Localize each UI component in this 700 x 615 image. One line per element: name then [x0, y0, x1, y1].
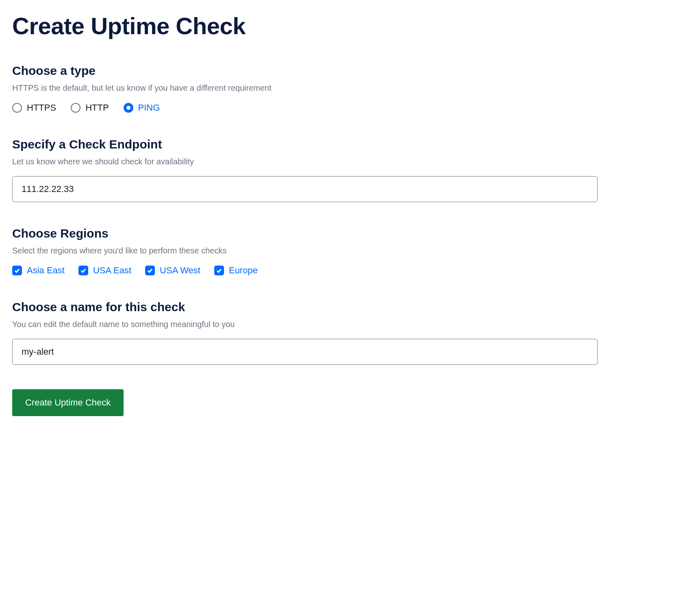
type-radio-group: HTTPS HTTP PING [12, 102, 688, 113]
type-option-label: PING [138, 102, 160, 113]
region-option-europe[interactable]: Europe [214, 265, 258, 276]
page-title: Create Uptime Check [12, 12, 688, 39]
endpoint-input[interactable] [12, 176, 598, 202]
regions-checkbox-group: Asia East USA East USA West Europe [12, 265, 688, 276]
endpoint-heading: Specify a Check Endpoint [12, 137, 688, 151]
radio-icon-selected [124, 103, 133, 113]
region-option-label: USA East [93, 265, 131, 276]
region-option-label: Europe [229, 265, 258, 276]
name-subtext: You can edit the default name to somethi… [12, 320, 688, 329]
regions-section: Choose Regions Select the regions where … [12, 227, 688, 276]
name-input[interactable] [12, 339, 598, 365]
region-option-asia-east[interactable]: Asia East [12, 265, 65, 276]
type-section: Choose a type HTTPS is the default, but … [12, 64, 688, 113]
regions-heading: Choose Regions [12, 227, 688, 240]
type-subtext: HTTPS is the default, but let us know if… [12, 83, 688, 93]
endpoint-section: Specify a Check Endpoint Let us know whe… [12, 137, 688, 202]
regions-subtext: Select the regions where you'd like to p… [12, 246, 688, 255]
type-option-https[interactable]: HTTPS [12, 102, 56, 113]
region-option-label: USA West [160, 265, 200, 276]
type-option-ping[interactable]: PING [124, 102, 160, 113]
name-heading: Choose a name for this check [12, 300, 688, 314]
checkbox-icon-checked [214, 266, 224, 275]
region-option-label: Asia East [27, 265, 65, 276]
submit-section: Create Uptime Check [12, 389, 688, 416]
name-section: Choose a name for this check You can edi… [12, 300, 688, 365]
radio-icon [12, 103, 22, 113]
type-option-label: HTTP [85, 102, 109, 113]
endpoint-subtext: Let us know where we should check for av… [12, 157, 688, 166]
type-heading: Choose a type [12, 64, 688, 78]
region-option-usa-east[interactable]: USA East [78, 265, 131, 276]
radio-icon [71, 103, 80, 113]
type-option-http[interactable]: HTTP [71, 102, 109, 113]
checkbox-icon-checked [12, 266, 22, 275]
checkbox-icon-checked [78, 266, 88, 275]
create-uptime-check-button[interactable]: Create Uptime Check [12, 389, 124, 416]
type-option-label: HTTPS [27, 102, 56, 113]
region-option-usa-west[interactable]: USA West [145, 265, 200, 276]
checkbox-icon-checked [145, 266, 155, 275]
